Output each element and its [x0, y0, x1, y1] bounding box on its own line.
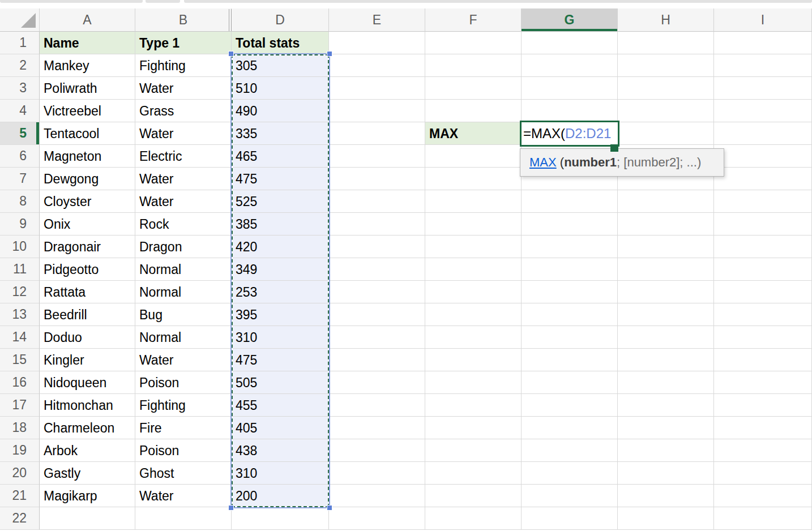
row-header-4[interactable]: 4: [0, 100, 40, 122]
cell-E5[interactable]: [329, 122, 425, 145]
cell-H20[interactable]: [618, 462, 714, 485]
cell-A17[interactable]: Hitmonchan: [40, 394, 135, 417]
cell-F13[interactable]: [425, 303, 522, 326]
row-header-18[interactable]: 18: [0, 417, 40, 439]
column-header-B[interactable]: B: [135, 8, 232, 32]
cell-D8[interactable]: 525: [232, 190, 329, 213]
cell-A1[interactable]: Name: [40, 32, 135, 54]
selection-handle-bottom-right[interactable]: [327, 505, 332, 511]
cell-E16[interactable]: [329, 371, 425, 394]
selection-handle-top-left[interactable]: [228, 51, 234, 57]
cell-B9[interactable]: Rock: [135, 213, 232, 235]
row-header-8[interactable]: 8: [0, 190, 40, 213]
cell-A3[interactable]: Poliwrath: [40, 77, 135, 100]
cell-F3[interactable]: [425, 77, 522, 100]
cell-F7[interactable]: [425, 168, 522, 190]
cell-F1[interactable]: [425, 32, 522, 54]
cell-D2[interactable]: 305: [232, 54, 329, 77]
cell-I13[interactable]: [714, 303, 812, 326]
row-header-14[interactable]: 14: [0, 326, 40, 349]
cell-I6[interactable]: [714, 145, 812, 168]
row-header-19[interactable]: 19: [0, 439, 40, 462]
cell-D17[interactable]: 455: [232, 394, 329, 417]
cell-A14[interactable]: Doduo: [40, 326, 135, 349]
cell-A21[interactable]: Magikarp: [40, 485, 135, 507]
row-header-3[interactable]: 3: [0, 77, 40, 100]
cell-D21[interactable]: 200: [232, 485, 329, 507]
cell-D18[interactable]: 405: [232, 417, 329, 439]
cell-D20[interactable]: 310: [232, 462, 329, 485]
cell-I9[interactable]: [714, 213, 812, 235]
cell-B17[interactable]: Fighting: [135, 394, 232, 417]
column-header-E[interactable]: E: [329, 8, 425, 32]
cell-B19[interactable]: Poison: [135, 439, 232, 462]
cell-H4[interactable]: [618, 100, 714, 122]
cell-F20[interactable]: [425, 462, 522, 485]
selection-handle-bottom-left[interactable]: [228, 505, 234, 511]
tooltip-function-link[interactable]: MAX: [529, 155, 557, 170]
cell-H13[interactable]: [618, 303, 714, 326]
cell-I1[interactable]: [714, 32, 812, 54]
cell-E11[interactable]: [329, 258, 425, 281]
cell-I21[interactable]: [714, 485, 812, 507]
cell-A19[interactable]: Arbok: [40, 439, 135, 462]
cell-E6[interactable]: [329, 145, 425, 168]
cell-I2[interactable]: [714, 54, 812, 77]
cell-B18[interactable]: Fire: [135, 417, 232, 439]
cell-E9[interactable]: [329, 213, 425, 235]
column-header-I[interactable]: I: [714, 8, 812, 32]
cell-A8[interactable]: Cloyster: [40, 190, 135, 213]
cell-F14[interactable]: [425, 326, 522, 349]
cell-H2[interactable]: [618, 54, 714, 77]
cell-H5[interactable]: [618, 122, 714, 145]
cell-D13[interactable]: 395: [232, 303, 329, 326]
cell-D6[interactable]: 465: [232, 145, 329, 168]
cell-H14[interactable]: [618, 326, 714, 349]
cell-F17[interactable]: [425, 394, 522, 417]
cell-I12[interactable]: [714, 281, 812, 303]
cell-G2[interactable]: [522, 54, 618, 77]
formula-edit-cell[interactable]: =MAX(D2:D21: [520, 121, 619, 147]
column-header-H[interactable]: H: [618, 8, 714, 32]
cell-G16[interactable]: [522, 371, 618, 394]
cell-F18[interactable]: [425, 417, 522, 439]
cell-B1[interactable]: Type 1: [135, 32, 232, 54]
cell-F19[interactable]: [425, 439, 522, 462]
cell-F10[interactable]: [425, 235, 522, 258]
cell-E13[interactable]: [329, 303, 425, 326]
cell-F6[interactable]: [425, 145, 522, 168]
cell-D1[interactable]: Total stats: [232, 32, 329, 54]
cell-G13[interactable]: [522, 303, 618, 326]
cell-B6[interactable]: Electric: [135, 145, 232, 168]
cell-H3[interactable]: [618, 77, 714, 100]
cell-A11[interactable]: Pidgeotto: [40, 258, 135, 281]
cell-F16[interactable]: [425, 371, 522, 394]
cell-F22[interactable]: [425, 507, 522, 530]
cell-I11[interactable]: [714, 258, 812, 281]
cell-H9[interactable]: [618, 213, 714, 235]
cell-G19[interactable]: [522, 439, 618, 462]
cell-E15[interactable]: [329, 349, 425, 371]
cell-D10[interactable]: 420: [232, 235, 329, 258]
cell-B21[interactable]: Water: [135, 485, 232, 507]
selection-handle-top-right[interactable]: [327, 51, 332, 57]
cell-B12[interactable]: Normal: [135, 281, 232, 303]
cell-H18[interactable]: [618, 417, 714, 439]
row-header-7[interactable]: 7: [0, 168, 40, 190]
cell-B8[interactable]: Water: [135, 190, 232, 213]
cell-D4[interactable]: 490: [232, 100, 329, 122]
cell-A5[interactable]: Tentacool: [40, 122, 135, 145]
cell-D5[interactable]: 335: [232, 122, 329, 145]
row-header-21[interactable]: 21: [0, 485, 40, 507]
cell-A10[interactable]: Dragonair: [40, 235, 135, 258]
cell-B5[interactable]: Water: [135, 122, 232, 145]
cell-B16[interactable]: Poison: [135, 371, 232, 394]
row-header-6[interactable]: 6: [0, 145, 40, 168]
row-header-2[interactable]: 2: [0, 54, 40, 77]
cell-H15[interactable]: [618, 349, 714, 371]
cell-H11[interactable]: [618, 258, 714, 281]
cell-A20[interactable]: Gastly: [40, 462, 135, 485]
cell-E7[interactable]: [329, 168, 425, 190]
cell-E4[interactable]: [329, 100, 425, 122]
cell-I19[interactable]: [714, 439, 812, 462]
